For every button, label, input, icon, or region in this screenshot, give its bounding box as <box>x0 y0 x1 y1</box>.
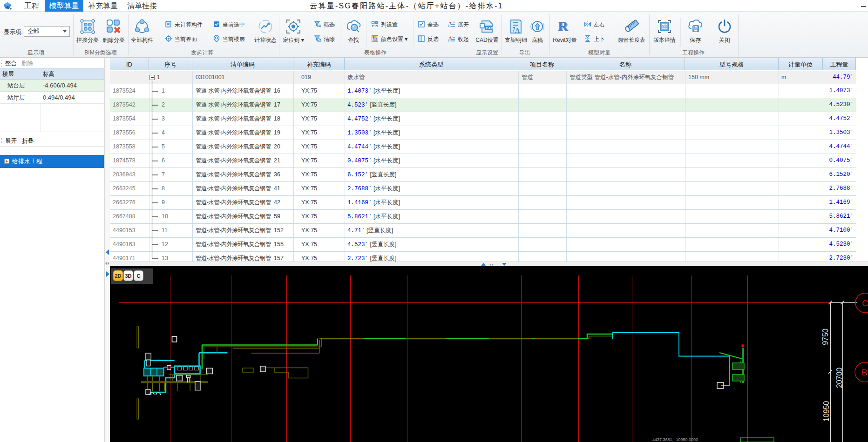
svg-text:C: C <box>862 298 868 308</box>
svg-text:V: V <box>662 25 665 28</box>
svg-text:10950: 10950 <box>822 401 830 422</box>
svg-text:9750: 9750 <box>821 328 829 345</box>
svg-text:CAD: CAD <box>486 26 494 30</box>
svg-text:20700: 20700 <box>835 368 843 388</box>
svg-text:4437.3681, -10950.0000: 4437.3681, -10950.0000 <box>652 437 698 442</box>
svg-text:B: B <box>861 368 868 377</box>
svg-text:R: R <box>558 18 568 33</box>
svg-text:A: A <box>515 27 520 34</box>
